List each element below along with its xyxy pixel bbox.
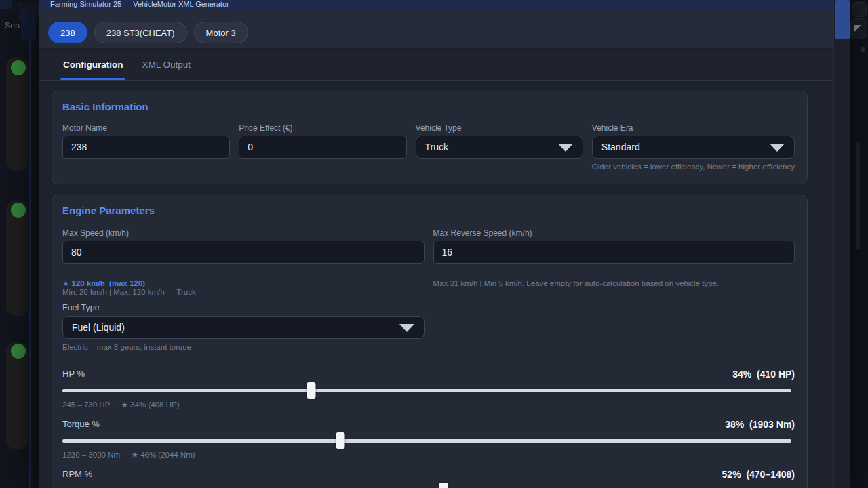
engine-parameters-card: Engine Parameters Max Speed (km/h) Max R… bbox=[52, 195, 808, 488]
max-speed-hints: ★ 120 km/h (max 120) Min: 20 km/h | Max:… bbox=[62, 272, 425, 352]
motor-name-field-group: Motor Name bbox=[62, 123, 230, 171]
price-effect-field-group: Price Effect (€) bbox=[239, 123, 406, 171]
hp-slider-block: HP % 34% (410 HP) 245 – 730 HP · ★ 34% (… bbox=[62, 368, 795, 409]
torque-slider-block: Torque % 38% (1903 Nm) 1230 – 3000 Nm · … bbox=[62, 418, 795, 460]
basic-information-card: Basic Information Motor Name Price Effec… bbox=[52, 91, 808, 184]
motor-chip-motor-3[interactable]: Motor 3 bbox=[194, 22, 248, 43]
vehicle-type-label: Vehicle Type bbox=[416, 123, 583, 133]
tab-configuration[interactable]: Configuration bbox=[60, 49, 125, 80]
hp-slider-track[interactable] bbox=[62, 389, 791, 392]
vehicle-era-field-group: Vehicle Era Standard Older vehicles = lo… bbox=[592, 123, 795, 171]
max-reverse-speed-input[interactable] bbox=[433, 241, 795, 264]
basic-information-title: Basic Information bbox=[62, 102, 795, 113]
torque-slider-hint: 1230 – 3000 Nm · ★ 46% (2044 Nm) bbox=[62, 451, 795, 460]
max-reverse-speed-hints: Max 31 km/h | Min 5 km/h. Leave empty fo… bbox=[433, 272, 795, 352]
hp-slider-hint: 245 – 730 HP · ★ 34% (408 HP) bbox=[62, 401, 795, 409]
torque-slider-track[interactable] bbox=[62, 439, 791, 443]
max-speed-label: Max Speed (km/h) bbox=[62, 228, 425, 238]
caret-down-icon bbox=[558, 144, 573, 152]
motor-name-label: Motor Name bbox=[62, 123, 230, 133]
vehicle-era-select[interactable]: Standard bbox=[592, 136, 795, 159]
fuel-type-label: Fuel Type bbox=[62, 303, 425, 312]
max-speed-hint: Min: 20 km/h | Max: 120 km/h — Truck bbox=[62, 288, 425, 297]
dialog-titlebar: Farming Simulator 25 — VehicleMotor XML … bbox=[39, 0, 833, 9]
configuration-panel: Basic Information Motor Name Price Effec… bbox=[39, 81, 833, 488]
caret-down-icon bbox=[770, 144, 785, 152]
hp-slider-value: 34% (410 HP) bbox=[732, 369, 795, 380]
motor-chip-238[interactable]: 238 bbox=[48, 22, 87, 43]
motor-chip-238-st3-cheat[interactable]: 238 ST3(CHEAT) bbox=[94, 22, 187, 43]
max-reverse-speed-hint: Max 31 km/h | Min 5 km/h. Leave empty fo… bbox=[433, 279, 795, 288]
dialog-main: Farming Simulator 25 — VehicleMotor XML … bbox=[39, 0, 833, 488]
motor-chip-list: 238 238 ST3(CHEAT) Motor 3 bbox=[39, 9, 833, 49]
rpm-slider-label: RPM % bbox=[62, 469, 92, 479]
rpm-slider-block: RPM % 52% (470–1408) 550 – 2200 RPM · ★ … bbox=[62, 468, 795, 488]
hp-slider[interactable] bbox=[62, 382, 795, 399]
max-speed-recommendation: ★ 120 km/h (max 120) bbox=[62, 279, 425, 288]
hp-slider-label: HP % bbox=[62, 369, 85, 379]
torque-slider[interactable] bbox=[62, 432, 795, 449]
torque-slider-thumb[interactable] bbox=[336, 432, 345, 449]
dialog-scrollbar-thumb[interactable] bbox=[835, 0, 850, 39]
torque-slider-value: 38% (1903 Nm) bbox=[725, 419, 795, 430]
max-reverse-speed-field-group: Max Reverse Speed (km/h) bbox=[433, 228, 795, 264]
modal-scrim-right bbox=[850, 0, 868, 488]
tab-xml-output[interactable]: XML Output bbox=[139, 49, 193, 80]
rpm-slider-thumb[interactable] bbox=[439, 483, 448, 488]
rpm-slider-value: 52% (470–1408) bbox=[722, 469, 795, 480]
caret-down-icon bbox=[399, 324, 414, 332]
vehicle-era-label: Vehicle Era bbox=[592, 123, 795, 133]
fuel-type-select[interactable]: Fuel (Liquid) bbox=[62, 316, 425, 339]
max-speed-field-group: Max Speed (km/h) bbox=[62, 228, 425, 264]
hp-slider-thumb[interactable] bbox=[307, 382, 316, 399]
vehicle-era-hint: Older vehicles = lower efficiency, Newer… bbox=[592, 163, 795, 171]
max-reverse-speed-label: Max Reverse Speed (km/h) bbox=[433, 228, 795, 238]
price-effect-input[interactable] bbox=[239, 136, 406, 159]
modal-scrim-left bbox=[0, 0, 39, 488]
vehicle-type-field-group: Vehicle Type Truck bbox=[416, 123, 583, 171]
torque-slider-label: Torque % bbox=[62, 419, 100, 429]
screen: Sea Farming Simulator 25 — VehicleMotor … bbox=[0, 0, 868, 488]
vehicle-motor-generator-dialog: Farming Simulator 25 — VehicleMotor XML … bbox=[39, 0, 850, 488]
max-speed-input[interactable] bbox=[62, 241, 425, 264]
dialog-scrollbar[interactable] bbox=[833, 0, 850, 488]
dialog-title: Farming Simulator 25 — VehicleMotor XML … bbox=[50, 0, 229, 8]
vehicle-type-select[interactable]: Truck bbox=[416, 136, 583, 159]
motor-name-input[interactable] bbox=[62, 136, 230, 159]
basic-information-fields: Motor Name Price Effect (€) Vehicle Type… bbox=[62, 123, 795, 171]
fuel-type-hint: Electric = max 3 gears, instant torque bbox=[62, 343, 425, 352]
engine-parameters-title: Engine Parameters bbox=[62, 205, 795, 216]
dialog-tabs: Configuration XML Output bbox=[39, 49, 833, 81]
speed-fields: Max Speed (km/h) Max Reverse Speed (km/h… bbox=[62, 228, 795, 352]
price-effect-label: Price Effect (€) bbox=[239, 123, 406, 133]
rpm-slider[interactable] bbox=[62, 483, 795, 488]
engine-sliders: HP % 34% (410 HP) 245 – 730 HP · ★ 34% (… bbox=[62, 368, 795, 488]
